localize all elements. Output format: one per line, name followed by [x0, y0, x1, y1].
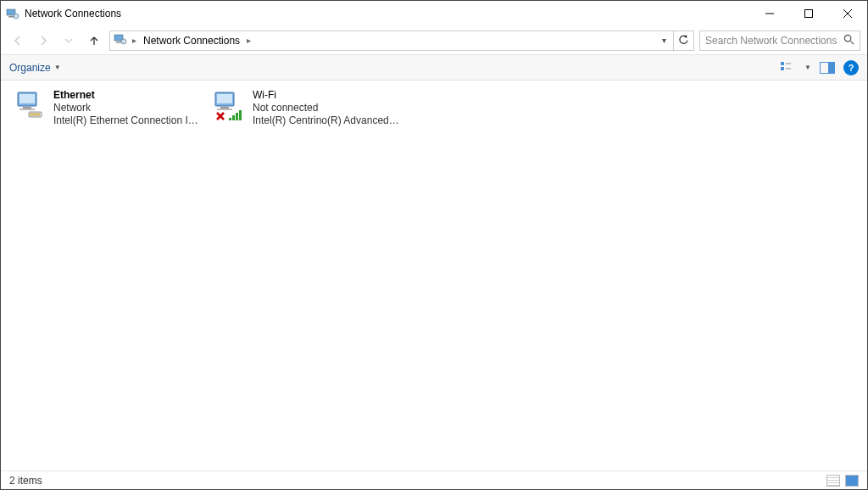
adapter-device: Intel(R) Centrino(R) Advanced-N ... — [253, 114, 399, 127]
chevron-down-icon: ▼ — [54, 64, 61, 71]
svg-rect-1 — [8, 16, 14, 18]
wifi-adapter-icon — [212, 89, 246, 123]
recent-locations-button[interactable] — [58, 31, 79, 51]
command-toolbar: Organize ▼ ▼ ? — [1, 55, 867, 81]
details-view-icon[interactable] — [826, 475, 840, 487]
chevron-right-icon[interactable]: ▸ — [131, 36, 138, 45]
adapter-item-wifi[interactable]: Wi-Fi Not connected Intel(R) Centrino(R)… — [210, 87, 401, 129]
forward-button[interactable] — [33, 31, 53, 51]
location-icon — [114, 32, 127, 48]
svg-point-2 — [14, 14, 19, 19]
minimize-button[interactable] — [750, 1, 789, 26]
svg-rect-8 — [116, 42, 121, 43]
preview-pane-button[interactable] — [820, 60, 835, 75]
svg-rect-36 — [239, 110, 242, 120]
address-history-dropdown[interactable]: ▾ — [659, 36, 670, 45]
help-button[interactable]: ? — [843, 60, 859, 75]
chevron-down-icon[interactable]: ▼ — [804, 64, 811, 71]
window-title: Network Connections — [25, 8, 750, 19]
content-area[interactable]: Ethernet Network Intel(R) Ethernet Conne… — [1, 81, 867, 471]
breadcrumb-item[interactable]: Network Connections — [142, 35, 242, 47]
window-titlebar: Network Connections — [1, 1, 867, 26]
maximize-button[interactable] — [789, 1, 828, 26]
item-count: 2 items — [9, 475, 42, 487]
organize-label: Organize — [9, 62, 51, 74]
address-bar[interactable]: ▸ Network Connections ▸ ▾ — [109, 31, 674, 51]
svg-rect-21 — [19, 109, 35, 110]
toolbar-view-controls: ▼ ? — [781, 60, 859, 75]
svg-rect-34 — [232, 115, 235, 120]
search-icon — [843, 34, 854, 47]
svg-rect-17 — [828, 62, 835, 73]
svg-line-11 — [850, 41, 854, 44]
svg-rect-28 — [217, 94, 232, 103]
svg-rect-12 — [781, 62, 784, 65]
svg-rect-24 — [33, 114, 35, 116]
close-button[interactable] — [828, 1, 867, 26]
adapter-name: Wi-Fi — [253, 89, 399, 102]
window-controls — [750, 1, 867, 26]
up-button[interactable] — [84, 31, 104, 51]
svg-point-9 — [121, 39, 126, 44]
ethernet-adapter-icon — [13, 89, 47, 123]
status-bar: 2 items — [1, 471, 867, 489]
adapter-device: Intel(R) Ethernet Connection I217... — [53, 114, 200, 127]
search-placeholder: Search Network Connections — [705, 35, 837, 47]
svg-rect-29 — [220, 107, 229, 109]
search-input[interactable]: Search Network Connections — [699, 31, 860, 51]
svg-rect-19 — [19, 94, 35, 103]
window-icon — [6, 7, 19, 20]
adapter-status: Network — [53, 102, 200, 114]
address-bar-row: ▸ Network Connections ▸ ▾ Search Network… — [1, 26, 867, 55]
svg-rect-4 — [805, 10, 813, 18]
svg-rect-13 — [781, 67, 784, 70]
svg-rect-35 — [236, 113, 238, 120]
svg-rect-25 — [36, 114, 37, 116]
adapter-name: Ethernet — [53, 89, 200, 102]
organize-menu[interactable]: Organize ▼ — [9, 62, 61, 74]
svg-rect-30 — [217, 109, 232, 110]
back-button[interactable] — [8, 31, 28, 51]
svg-point-10 — [844, 35, 850, 41]
refresh-button[interactable] — [674, 31, 694, 51]
adapter-status: Not connected — [253, 102, 399, 114]
svg-rect-23 — [31, 114, 32, 116]
change-view-button[interactable] — [781, 60, 796, 75]
svg-rect-33 — [229, 118, 231, 120]
chevron-right-icon[interactable]: ▸ — [245, 36, 253, 45]
svg-rect-26 — [38, 114, 40, 116]
adapter-item-ethernet[interactable]: Ethernet Network Intel(R) Ethernet Conne… — [11, 87, 202, 129]
view-mode-icons — [826, 475, 859, 487]
large-icons-view-icon[interactable] — [845, 475, 859, 487]
svg-rect-20 — [23, 107, 31, 109]
